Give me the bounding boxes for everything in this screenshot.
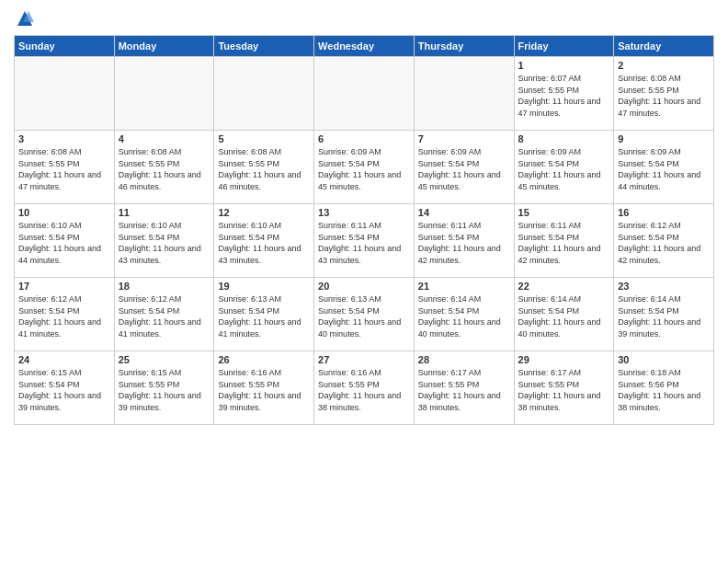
day-number: 10 bbox=[18, 207, 110, 218]
day-number: 22 bbox=[518, 281, 610, 292]
calendar-cell bbox=[114, 57, 214, 131]
day-number: 26 bbox=[218, 354, 310, 365]
calendar-cell: 28Sunrise: 6:17 AMSunset: 5:55 PMDayligh… bbox=[414, 351, 514, 425]
calendar-cell: 21Sunrise: 6:14 AMSunset: 5:54 PMDayligh… bbox=[414, 278, 514, 351]
calendar-cell: 3Sunrise: 6:08 AMSunset: 5:55 PMDaylight… bbox=[15, 131, 115, 204]
day-info: Sunrise: 6:14 AMSunset: 5:54 PMDaylight:… bbox=[418, 293, 510, 339]
calendar-cell: 24Sunrise: 6:15 AMSunset: 5:54 PMDayligh… bbox=[15, 351, 115, 425]
day-info: Sunrise: 6:09 AMSunset: 5:54 PMDaylight:… bbox=[318, 146, 410, 192]
calendar-header-thursday: Thursday bbox=[414, 36, 514, 57]
day-number: 3 bbox=[18, 133, 110, 144]
calendar-cell: 1Sunrise: 6:07 AMSunset: 5:55 PMDaylight… bbox=[514, 57, 614, 131]
day-number: 16 bbox=[618, 207, 710, 218]
day-info: Sunrise: 6:13 AMSunset: 5:54 PMDaylight:… bbox=[318, 293, 410, 339]
calendar-cell: 20Sunrise: 6:13 AMSunset: 5:54 PMDayligh… bbox=[314, 278, 415, 351]
calendar-cell: 29Sunrise: 6:17 AMSunset: 5:55 PMDayligh… bbox=[514, 351, 614, 425]
day-info: Sunrise: 6:18 AMSunset: 5:56 PMDaylight:… bbox=[618, 367, 710, 413]
logo bbox=[14, 9, 34, 28]
calendar-week-1: 1Sunrise: 6:07 AMSunset: 5:55 PMDaylight… bbox=[15, 57, 714, 131]
day-info: Sunrise: 6:15 AMSunset: 5:55 PMDaylight:… bbox=[119, 367, 210, 413]
day-number: 1 bbox=[518, 60, 610, 71]
day-number: 15 bbox=[518, 207, 610, 218]
day-info: Sunrise: 6:12 AMSunset: 5:54 PMDaylight:… bbox=[119, 293, 210, 339]
calendar-cell: 7Sunrise: 6:09 AMSunset: 5:54 PMDaylight… bbox=[414, 131, 514, 204]
calendar-cell: 25Sunrise: 6:15 AMSunset: 5:55 PMDayligh… bbox=[114, 351, 214, 425]
calendar-header-saturday: Saturday bbox=[614, 36, 714, 57]
calendar-cell: 26Sunrise: 6:16 AMSunset: 5:55 PMDayligh… bbox=[214, 351, 314, 425]
calendar-header-wednesday: Wednesday bbox=[314, 36, 415, 57]
calendar-cell: 23Sunrise: 6:14 AMSunset: 5:54 PMDayligh… bbox=[614, 278, 714, 351]
day-info: Sunrise: 6:17 AMSunset: 5:55 PMDaylight:… bbox=[518, 367, 610, 413]
day-info: Sunrise: 6:17 AMSunset: 5:55 PMDaylight:… bbox=[418, 367, 510, 413]
calendar-header-row: SundayMondayTuesdayWednesdayThursdayFrid… bbox=[15, 36, 714, 57]
calendar-cell: 14Sunrise: 6:11 AMSunset: 5:54 PMDayligh… bbox=[414, 204, 514, 278]
day-info: Sunrise: 6:08 AMSunset: 5:55 PMDaylight:… bbox=[18, 146, 110, 192]
day-info: Sunrise: 6:13 AMSunset: 5:54 PMDaylight:… bbox=[218, 293, 310, 339]
day-number: 18 bbox=[119, 281, 210, 292]
day-info: Sunrise: 6:11 AMSunset: 5:54 PMDaylight:… bbox=[318, 220, 410, 266]
calendar-cell: 5Sunrise: 6:08 AMSunset: 5:55 PMDaylight… bbox=[214, 131, 314, 204]
calendar-cell: 18Sunrise: 6:12 AMSunset: 5:54 PMDayligh… bbox=[114, 278, 214, 351]
calendar-week-4: 17Sunrise: 6:12 AMSunset: 5:54 PMDayligh… bbox=[15, 278, 714, 351]
day-number: 4 bbox=[119, 133, 210, 144]
day-number: 20 bbox=[318, 281, 410, 292]
day-info: Sunrise: 6:11 AMSunset: 5:54 PMDaylight:… bbox=[418, 220, 510, 266]
day-info: Sunrise: 6:12 AMSunset: 5:54 PMDaylight:… bbox=[18, 293, 110, 339]
day-number: 5 bbox=[218, 133, 310, 144]
day-info: Sunrise: 6:11 AMSunset: 5:54 PMDaylight:… bbox=[518, 220, 610, 266]
calendar-cell: 16Sunrise: 6:12 AMSunset: 5:54 PMDayligh… bbox=[614, 204, 714, 278]
day-info: Sunrise: 6:09 AMSunset: 5:54 PMDaylight:… bbox=[418, 146, 510, 192]
day-info: Sunrise: 6:10 AMSunset: 5:54 PMDaylight:… bbox=[218, 220, 310, 266]
day-number: 17 bbox=[18, 281, 110, 292]
day-info: Sunrise: 6:10 AMSunset: 5:54 PMDaylight:… bbox=[18, 220, 110, 266]
day-number: 25 bbox=[119, 354, 210, 365]
calendar-cell: 13Sunrise: 6:11 AMSunset: 5:54 PMDayligh… bbox=[314, 204, 415, 278]
calendar-cell: 8Sunrise: 6:09 AMSunset: 5:54 PMDaylight… bbox=[514, 131, 614, 204]
calendar-cell: 15Sunrise: 6:11 AMSunset: 5:54 PMDayligh… bbox=[514, 204, 614, 278]
calendar-header-monday: Monday bbox=[114, 36, 214, 57]
day-number: 8 bbox=[518, 133, 610, 144]
day-number: 11 bbox=[119, 207, 210, 218]
day-number: 12 bbox=[218, 207, 310, 218]
day-number: 30 bbox=[618, 354, 710, 365]
day-number: 23 bbox=[618, 281, 710, 292]
calendar-cell: 10Sunrise: 6:10 AMSunset: 5:54 PMDayligh… bbox=[15, 204, 115, 278]
day-number: 2 bbox=[618, 60, 710, 71]
calendar-cell: 30Sunrise: 6:18 AMSunset: 5:56 PMDayligh… bbox=[614, 351, 714, 425]
header bbox=[14, 9, 714, 28]
day-info: Sunrise: 6:09 AMSunset: 5:54 PMDaylight:… bbox=[518, 146, 610, 192]
day-info: Sunrise: 6:16 AMSunset: 5:55 PMDaylight:… bbox=[218, 367, 310, 413]
calendar-cell: 27Sunrise: 6:16 AMSunset: 5:55 PMDayligh… bbox=[314, 351, 415, 425]
calendar-table: SundayMondayTuesdayWednesdayThursdayFrid… bbox=[14, 35, 714, 425]
calendar-cell bbox=[414, 57, 514, 131]
calendar-cell bbox=[314, 57, 415, 131]
calendar-cell: 12Sunrise: 6:10 AMSunset: 5:54 PMDayligh… bbox=[214, 204, 314, 278]
day-info: Sunrise: 6:07 AMSunset: 5:55 PMDaylight:… bbox=[518, 73, 610, 119]
day-number: 7 bbox=[418, 133, 510, 144]
day-info: Sunrise: 6:12 AMSunset: 5:54 PMDaylight:… bbox=[618, 220, 710, 266]
day-number: 27 bbox=[318, 354, 410, 365]
day-info: Sunrise: 6:09 AMSunset: 5:54 PMDaylight:… bbox=[618, 146, 710, 192]
calendar-week-3: 10Sunrise: 6:10 AMSunset: 5:54 PMDayligh… bbox=[15, 204, 714, 278]
day-number: 28 bbox=[418, 354, 510, 365]
calendar-cell: 2Sunrise: 6:08 AMSunset: 5:55 PMDaylight… bbox=[614, 57, 714, 131]
day-number: 29 bbox=[518, 354, 610, 365]
day-number: 21 bbox=[418, 281, 510, 292]
day-info: Sunrise: 6:15 AMSunset: 5:54 PMDaylight:… bbox=[18, 367, 110, 413]
calendar-cell: 11Sunrise: 6:10 AMSunset: 5:54 PMDayligh… bbox=[114, 204, 214, 278]
day-number: 6 bbox=[318, 133, 410, 144]
calendar-cell bbox=[214, 57, 314, 131]
day-number: 24 bbox=[18, 354, 110, 365]
day-info: Sunrise: 6:16 AMSunset: 5:55 PMDaylight:… bbox=[318, 367, 410, 413]
day-info: Sunrise: 6:08 AMSunset: 5:55 PMDaylight:… bbox=[218, 146, 310, 192]
calendar-week-2: 3Sunrise: 6:08 AMSunset: 5:55 PMDaylight… bbox=[15, 131, 714, 204]
day-info: Sunrise: 6:14 AMSunset: 5:54 PMDaylight:… bbox=[618, 293, 710, 339]
calendar-header-tuesday: Tuesday bbox=[214, 36, 314, 57]
day-info: Sunrise: 6:08 AMSunset: 5:55 PMDaylight:… bbox=[618, 73, 710, 119]
day-number: 19 bbox=[218, 281, 310, 292]
calendar-header-friday: Friday bbox=[514, 36, 614, 57]
calendar-cell bbox=[15, 57, 115, 131]
calendar-cell: 4Sunrise: 6:08 AMSunset: 5:55 PMDaylight… bbox=[114, 131, 214, 204]
day-number: 14 bbox=[418, 207, 510, 218]
calendar-week-5: 24Sunrise: 6:15 AMSunset: 5:54 PMDayligh… bbox=[15, 351, 714, 425]
